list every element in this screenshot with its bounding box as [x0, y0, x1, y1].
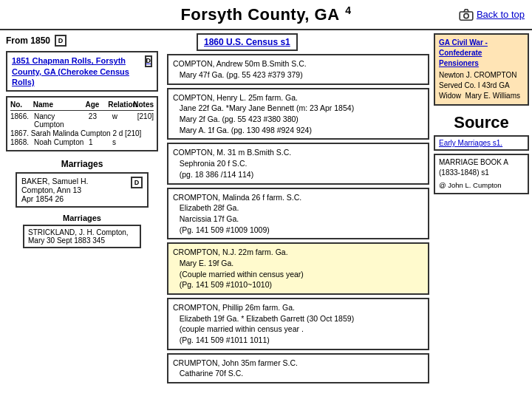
baker-icon[interactable]: D: [131, 177, 143, 188]
svg-point-1: [464, 13, 468, 18]
marriage-book-sub: @ John L. Cumpton: [439, 180, 524, 190]
from-1850-label: From 1850: [6, 35, 50, 46]
census-row-3: 1868. Noah Cumpton 1 s: [10, 138, 154, 146]
camera-icon: [459, 9, 474, 21]
record-crompton-nj: CROMPTON, N.J. 22m farm. Ga. Mary E. 19f…: [167, 242, 429, 295]
civil-war-title[interactable]: GA Civil War - Confederate Pensioners: [439, 38, 524, 69]
far-right-column: GA Civil War - Confederate Pensioners Ne…: [432, 30, 532, 399]
civil-war-content: Newton J. CROMPTON Served Co. I 43rd GA …: [439, 70, 524, 101]
baker-box: BAKER, Samuel H.Compton, Ann 13Apr 1854 …: [16, 172, 149, 208]
inner-marriages-title: Marriages: [63, 214, 101, 222]
chapman-rolls-box[interactable]: 1851 Chapman Rolls, Forsyth County, GA (…: [6, 51, 158, 92]
early-marriages-box[interactable]: Early Marriages s1.: [434, 135, 529, 151]
strickland-box: STRICKLAND, J. H. Compton, Mary 30 Sept …: [23, 225, 141, 248]
census-col-headers: No. Name Age Relation Notes: [10, 100, 154, 111]
baker-text: BAKER, Samuel H.Compton, Ann 13Apr 1854 …: [21, 177, 88, 203]
strickland-text: STRICKLAND, J. H. Compton, Mary 30 Sept …: [28, 228, 129, 245]
from-1850-icon[interactable]: D: [55, 35, 66, 47]
col-name-header: Name: [33, 100, 83, 109]
main-content: From 1850 D 1851 Chapman Rolls, Forsyth …: [0, 30, 532, 399]
early-marriages-label: Early Marriages s1.: [439, 139, 502, 147]
record-crompton-phillip: CROMPTON, Phillip 26m farm. Ga. Elizabet…: [167, 298, 429, 350]
census-table: No. Name Age Relation Notes 1866. Nancy …: [6, 96, 158, 151]
census-row-1: 1866. Nancy Cumpton 23 w [210]: [10, 112, 154, 129]
col-age-header: Age: [86, 100, 106, 109]
col-no-header: No.: [10, 100, 30, 109]
marriages-section: Marriages BAKER, Samuel H.Compton, Ann 1…: [6, 159, 158, 248]
center-right: 1860 U.S. Census s1 COMPTON, Andrew 50m …: [163, 30, 532, 399]
back-to-top-button[interactable]: Back to top: [459, 9, 525, 21]
col-rel-header: Relation: [108, 100, 130, 109]
inner-marriages-section: Marriages STRICKLAND, J. H. Compton, Mar…: [23, 214, 141, 248]
record-crompton-malinda: CROMPTON, Malinda 26 f farm. S.C. Elizab…: [167, 188, 429, 240]
marriage-book-title: MARRIAGE BOOK A(1833-1848) s1: [439, 157, 524, 178]
record-compton-m: COMPTON, M. 31 m B.Smith S.C. Sephronia …: [167, 143, 429, 184]
title-suffix: 4: [345, 4, 351, 16]
left-column: From 1850 D 1851 Chapman Rolls, Forsyth …: [0, 30, 163, 399]
marriage-book-box: MARRIAGE BOOK A(1833-1848) s1 @ John L. …: [434, 154, 529, 194]
record-crumpton-john: CRUMPTON, John 35m farmer S.C. Catharine…: [167, 353, 429, 383]
chapman-icon[interactable]: D: [145, 55, 153, 67]
from-1850-section: From 1850 D: [6, 35, 158, 47]
title-text: Forsyth County, GA: [180, 5, 338, 24]
page-title: Forsyth County, GA 4: [180, 4, 351, 24]
col-notes-header: Notes: [133, 100, 154, 109]
record-compton-andrew: COMPTON, Andrew 50m B.Smith S.C. Mary 47…: [167, 54, 429, 84]
back-to-top-label: Back to top: [477, 9, 525, 20]
census-1860-header[interactable]: 1860 U.S. Census s1: [197, 33, 298, 51]
source-label: Source: [434, 113, 529, 132]
record-compton-henry: COMPTON, Henry L. 25m farm. Ga. Jane 22f…: [167, 88, 429, 140]
chapman-rolls-label: 1851 Chapman Rolls, Forsyth County, GA (…: [12, 55, 142, 87]
middle-records: 1860 U.S. Census s1 COMPTON, Andrew 50m …: [163, 30, 432, 399]
civil-war-box: GA Civil War - Confederate Pensioners Ne…: [434, 33, 529, 106]
census-1860-label: 1860 U.S. Census s1: [204, 37, 290, 47]
census-row-2: 1867. Sarah Malinda Cumpton 2 d [210]: [10, 129, 154, 137]
marriages-title: Marriages: [61, 159, 103, 169]
page-header: Forsyth County, GA 4 Back to top: [0, 0, 532, 30]
